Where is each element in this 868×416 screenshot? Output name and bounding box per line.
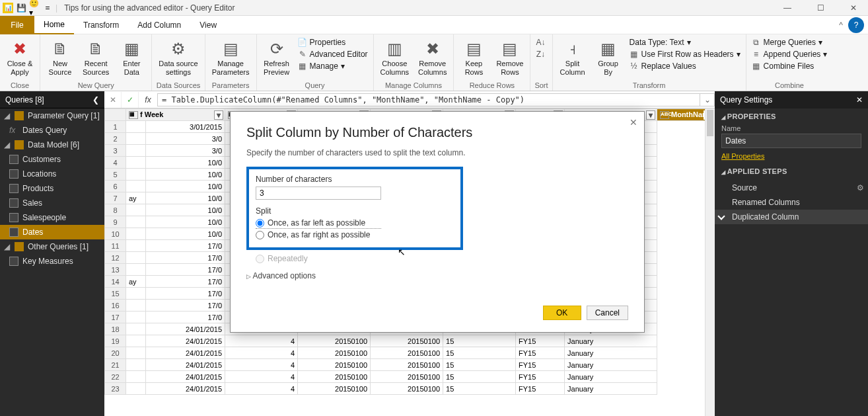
refresh-preview-button[interactable]: ⟳Refresh Preview <box>261 37 293 77</box>
sort-desc-button[interactable]: Z↓ <box>534 49 546 60</box>
settings-close-icon[interactable]: ✕ <box>856 95 863 104</box>
replace-values-button[interactable]: ½Replace Values <box>628 61 742 71</box>
formula-bar: ✕ ✓ fx ⌄ <box>104 91 715 108</box>
group-sort: Sort <box>534 80 548 91</box>
table-row[interactable]: 1924/01/20154201501002015010015FY15Janua… <box>105 335 715 347</box>
group-query: Query <box>261 80 369 91</box>
append-queries-button[interactable]: ≡Append Queries ▾ <box>750 49 829 60</box>
applied-step[interactable]: Source⚙ <box>715 181 868 195</box>
query-item[interactable]: Locations <box>0 167 104 181</box>
num-chars-input[interactable] <box>256 187 381 200</box>
split-column-button[interactable]: ⫞Split Column <box>557 37 589 77</box>
titlebar: 📊 💾 🙂▾ = | Tips for using the advanced e… <box>0 0 868 16</box>
ok-button[interactable]: OK <box>543 306 581 320</box>
settings-title: Query Settings <box>720 95 772 104</box>
equals-icon[interactable]: = <box>42 3 53 13</box>
formula-input[interactable] <box>157 93 700 106</box>
query-folder[interactable]: ◢Parameter Query [1] <box>0 108 104 123</box>
tab-file[interactable]: File <box>0 16 34 34</box>
advanced-options-toggle[interactable]: Advanced options <box>246 271 628 280</box>
sort-asc-button[interactable]: A↓ <box>534 37 546 48</box>
query-item[interactable]: Key Measures <box>0 254 104 269</box>
query-item[interactable]: fxDates Query <box>0 123 104 138</box>
table-row[interactable]: 2224/01/20154201501002015010015FY15Janua… <box>105 371 715 383</box>
group-reduce-rows: Reduce Rows <box>458 80 526 91</box>
fx-icon[interactable]: fx <box>139 95 157 104</box>
close-apply-button[interactable]: ✖Close & Apply <box>4 37 36 77</box>
query-name-input[interactable] <box>721 134 861 148</box>
queries-panel: Queries [8] ❮ ◢Parameter Query [1]fxDate… <box>0 91 104 416</box>
minimize-button[interactable]: ― <box>776 0 799 16</box>
query-item[interactable]: Salespeople <box>0 210 104 225</box>
name-label: Name <box>721 124 861 132</box>
table-row[interactable]: 2024/01/20154201501002015010015FY15Janua… <box>105 347 715 359</box>
maximize-button[interactable]: ☐ <box>809 0 832 16</box>
recent-sources-button[interactable]: 🗎Recent Sources <box>80 37 112 77</box>
queries-header[interactable]: Queries [8] ❮ <box>0 91 104 108</box>
dialog-close-icon[interactable]: ✕ <box>630 117 637 128</box>
table-row[interactable]: 2324/01/20154201501002015010015FY15Janua… <box>105 383 715 395</box>
choose-columns-button[interactable]: ▥Choose Columns <box>378 37 412 77</box>
new-source-button[interactable]: 🗎New Source <box>44 37 76 77</box>
cancel-button[interactable]: Cancel <box>587 306 628 320</box>
tab-add-column[interactable]: Add Column <box>128 16 190 34</box>
highlight-box: Number of characters Split Once, as far … <box>246 167 463 250</box>
accept-formula-icon[interactable]: ✓ <box>122 92 139 108</box>
query-item[interactable]: Customers <box>0 152 104 167</box>
cancel-formula-icon[interactable]: ✕ <box>104 92 122 108</box>
merge-queries-button[interactable]: ⧉Merge Queries ▾ <box>750 37 829 48</box>
help-icon[interactable]: ? <box>848 17 864 33</box>
tab-view[interactable]: View <box>190 16 226 34</box>
remove-rows-button[interactable]: ▤Remove Rows <box>493 37 526 77</box>
manage-button[interactable]: ▦Manage ▾ <box>297 61 369 71</box>
ribbon-tabs: File Home Transform Add Column View ^ ? <box>0 16 868 34</box>
enter-data-button[interactable]: ▦Enter Data <box>116 37 147 77</box>
remove-columns-button[interactable]: ✖Remove Columns <box>416 37 449 77</box>
keep-rows-button[interactable]: ▤Keep Rows <box>458 37 489 77</box>
group-parameters: Parameters <box>209 80 252 91</box>
formula-dropdown[interactable]: ⌄ <box>700 93 715 106</box>
query-item[interactable]: Products <box>0 181 104 196</box>
collapse-ribbon-icon[interactable]: ^ <box>839 21 843 30</box>
split-option-left[interactable]: Once, as far left as possible <box>256 218 381 229</box>
applied-step[interactable]: Renamed Columns <box>715 195 868 210</box>
tab-transform[interactable]: Transform <box>74 16 128 34</box>
close-button[interactable]: ✕ <box>842 0 865 16</box>
dialog-subtitle: Specify the number of characters used to… <box>246 148 628 157</box>
collapse-icon[interactable]: ❮ <box>92 95 99 104</box>
group-manage-columns: Manage Columns <box>378 80 450 91</box>
emoji-icon[interactable]: 🙂▾ <box>29 3 40 13</box>
split-column-dialog: ✕ Split Column by Number of Characters S… <box>230 111 645 333</box>
first-row-headers-button[interactable]: ▦Use First Row as Headers ▾ <box>628 49 742 60</box>
table-row[interactable]: 2124/01/20154201501002015010015FY15Janua… <box>105 359 715 371</box>
group-combine: Combine <box>750 80 829 91</box>
split-option-repeatedly[interactable]: Repeatedly <box>256 254 628 263</box>
group-data-sources: Data Sources <box>156 80 200 91</box>
ribbon: ✖Close & Apply Close 🗎New Source 🗎Recent… <box>0 34 868 91</box>
query-item[interactable]: Dates <box>0 225 104 239</box>
group-by-button[interactable]: ▦Group By <box>593 37 624 77</box>
query-item[interactable]: Sales <box>0 196 104 210</box>
applied-step[interactable]: Duplicated Column <box>715 210 868 224</box>
queries-title: Queries [8] <box>5 95 44 104</box>
split-option-right[interactable]: Once, as far right as possible <box>256 230 381 239</box>
properties-heading: PROPERTIES <box>721 112 861 120</box>
group-transform: Transform <box>557 80 742 91</box>
save-icon[interactable]: 💾 <box>16 3 26 13</box>
query-folder[interactable]: ◢Data Model [6] <box>0 138 104 152</box>
gear-icon[interactable]: ⚙ <box>857 183 864 192</box>
advanced-editor-button[interactable]: ✎Advanced Editor <box>297 49 369 60</box>
grid-scrollbar[interactable] <box>705 108 715 416</box>
data-type-button[interactable]: Data Type: Text ▾ <box>628 37 742 48</box>
group-new-query: New Query <box>44 80 147 91</box>
combine-files-button[interactable]: ▦Combine Files <box>750 61 829 71</box>
all-properties-link[interactable]: All Properties <box>721 152 764 160</box>
data-source-settings-button[interactable]: ⚙Data source settings <box>156 37 200 77</box>
manage-parameters-button[interactable]: ▤Manage Parameters <box>209 37 252 77</box>
quick-access-toolbar: 📊 💾 🙂▾ = | <box>3 3 57 13</box>
split-label: Split <box>256 206 381 216</box>
properties-button[interactable]: 📄Properties <box>297 37 369 48</box>
query-folder[interactable]: ◢Other Queries [1] <box>0 239 104 254</box>
column-header[interactable]: ▦f Week▾ <box>126 109 225 121</box>
tab-home[interactable]: Home <box>34 16 74 34</box>
